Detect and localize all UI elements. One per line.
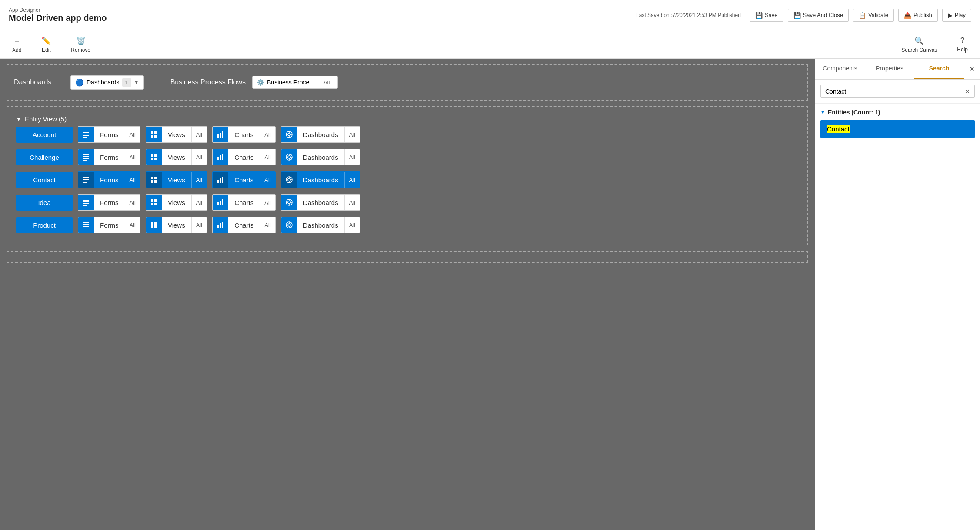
- dashboards-all-label: All: [344, 149, 360, 165]
- forms-all-label: All: [125, 217, 140, 233]
- entity-name-button[interactable]: Product: [16, 217, 73, 233]
- dashboards-all-label: All: [344, 195, 360, 210]
- toolbar: ＋ Add ✏️ Edit 🗑️ Remove 🔍 Search Canvas …: [0, 30, 980, 59]
- svg-rect-23: [151, 158, 153, 160]
- component-views-button[interactable]: Views All: [146, 217, 207, 233]
- svg-rect-41: [154, 180, 157, 183]
- views-label: Views: [162, 221, 191, 229]
- validate-button[interactable]: 📋 Validate: [853, 9, 894, 22]
- add-toolbar-item[interactable]: ＋ Add: [9, 34, 25, 56]
- svg-rect-18: [83, 156, 89, 157]
- entity-rows-container: Account Forms All Views All Charts All D…: [14, 126, 801, 233]
- svg-rect-69: [83, 224, 89, 225]
- component-forms-button[interactable]: Forms All: [78, 194, 140, 211]
- bottom-dashed-section: [7, 251, 808, 263]
- charts-all-label: All: [260, 127, 275, 142]
- svg-rect-3: [83, 137, 87, 138]
- save-button[interactable]: 💾 Save: [750, 9, 783, 22]
- bpf-badge-icon: ⚙️: [257, 79, 264, 86]
- bpf-badge[interactable]: ⚙️ Business Proce... All: [252, 76, 338, 89]
- dashboards-dropdown-icon[interactable]: ▼: [134, 79, 139, 85]
- views-label: Views: [162, 176, 191, 184]
- svg-rect-5: [154, 131, 157, 134]
- svg-rect-22: [154, 154, 157, 157]
- component-views-button[interactable]: Views All: [146, 149, 207, 165]
- component-views-button[interactable]: Views All: [146, 194, 207, 211]
- app-info: App Designer Model Driven app demo: [9, 7, 107, 23]
- help-toolbar-item[interactable]: ? Help: [953, 34, 971, 55]
- tab-properties[interactable]: Properties: [865, 59, 914, 79]
- component-forms-button[interactable]: Forms All: [78, 217, 140, 233]
- svg-rect-60: [220, 201, 221, 205]
- save-and-close-button[interactable]: 💾 Save And Close: [788, 9, 849, 22]
- entity-view-header[interactable]: ▼ Entity View (5): [14, 112, 801, 126]
- help-icon: ?: [960, 36, 965, 45]
- component-forms-button[interactable]: Forms All: [78, 171, 140, 188]
- entity-name-button[interactable]: Contact: [16, 172, 73, 188]
- component-views-button[interactable]: Views All: [146, 126, 207, 143]
- svg-rect-75: [154, 225, 157, 228]
- component-forms-button[interactable]: Forms All: [78, 149, 140, 165]
- component-charts-button[interactable]: Charts All: [212, 171, 276, 188]
- charts-all-label: All: [260, 217, 275, 233]
- component-dashboards-button[interactable]: Dashboards All: [281, 194, 360, 211]
- svg-rect-58: [154, 203, 157, 205]
- charts-icon: [213, 217, 228, 233]
- entity-name-button[interactable]: Idea: [16, 195, 73, 211]
- views-label: Views: [162, 131, 191, 138]
- add-icon: ＋: [13, 36, 21, 46]
- entity-row: Contact Forms All Views All Charts All D…: [14, 171, 801, 188]
- dashboards-badge[interactable]: 🔵 Dashboards 1 ▼: [70, 75, 144, 90]
- svg-rect-1: [83, 134, 89, 134]
- edit-toolbar-item[interactable]: ✏️ Edit: [38, 34, 54, 55]
- entity-view-arrow-icon: ▼: [16, 116, 21, 122]
- search-canvas-toolbar-item[interactable]: 🔍 Search Canvas: [898, 34, 940, 55]
- remove-icon: 🗑️: [76, 36, 86, 46]
- entities-section-arrow-icon: ▼: [820, 110, 825, 115]
- entity-row: Challenge Forms All Views All Charts All…: [14, 149, 801, 165]
- search-box: ✕: [820, 85, 975, 98]
- save-and-close-icon: 💾: [793, 12, 801, 19]
- publish-button[interactable]: 📤 Publish: [898, 9, 938, 22]
- component-charts-button[interactable]: Charts All: [212, 126, 276, 143]
- views-icon: [146, 172, 162, 188]
- side-panel-close-button[interactable]: ✕: [964, 59, 980, 79]
- svg-rect-8: [217, 134, 219, 138]
- component-dashboards-button[interactable]: Dashboards All: [281, 171, 360, 188]
- clear-search-icon[interactable]: ✕: [965, 88, 970, 95]
- canvas[interactable]: Dashboards 🔵 Dashboards 1 ▼ Business Pro…: [0, 59, 815, 530]
- component-dashboards-button[interactable]: Dashboards All: [281, 126, 360, 143]
- entities-section-header[interactable]: ▼ Entities (Count: 1): [820, 109, 975, 116]
- dashboards-label: Dashboards: [297, 221, 344, 229]
- entity-view-section: ▼ Entity View (5) Account Forms All View…: [7, 106, 808, 245]
- component-charts-button[interactable]: Charts All: [212, 194, 276, 211]
- dashboards-icon: [281, 127, 297, 142]
- entity-name-button[interactable]: Account: [16, 127, 73, 143]
- component-charts-button[interactable]: Charts All: [212, 149, 276, 165]
- entity-name-button[interactable]: Challenge: [16, 149, 73, 165]
- entities-section-label: Entities (Count: 1): [828, 109, 880, 116]
- component-dashboards-button[interactable]: Dashboards All: [281, 149, 360, 165]
- dashboards-icon: [281, 149, 297, 165]
- validate-icon: 📋: [859, 12, 866, 19]
- component-charts-button[interactable]: Charts All: [212, 217, 276, 233]
- search-input[interactable]: [825, 88, 965, 95]
- play-button[interactable]: ▶ Play: [942, 9, 971, 22]
- component-views-button[interactable]: Views All: [146, 171, 207, 188]
- views-icon: [146, 149, 162, 165]
- svg-rect-76: [217, 225, 219, 228]
- component-forms-button[interactable]: Forms All: [78, 126, 140, 143]
- app-designer-label: App Designer: [9, 7, 107, 13]
- tab-search[interactable]: Search: [914, 59, 964, 79]
- remove-toolbar-item[interactable]: 🗑️ Remove: [67, 34, 94, 55]
- views-icon: [146, 195, 162, 210]
- svg-rect-10: [222, 131, 223, 138]
- tab-components[interactable]: Components: [815, 59, 865, 79]
- forms-icon: [78, 172, 94, 188]
- entity-result-contact[interactable]: Contact: [820, 120, 975, 138]
- svg-rect-27: [222, 154, 223, 160]
- toolbar-right: 🔍 Search Canvas ? Help: [898, 34, 971, 55]
- forms-label: Forms: [94, 131, 125, 138]
- forms-icon: [78, 195, 94, 210]
- component-dashboards-button[interactable]: Dashboards All: [281, 217, 360, 233]
